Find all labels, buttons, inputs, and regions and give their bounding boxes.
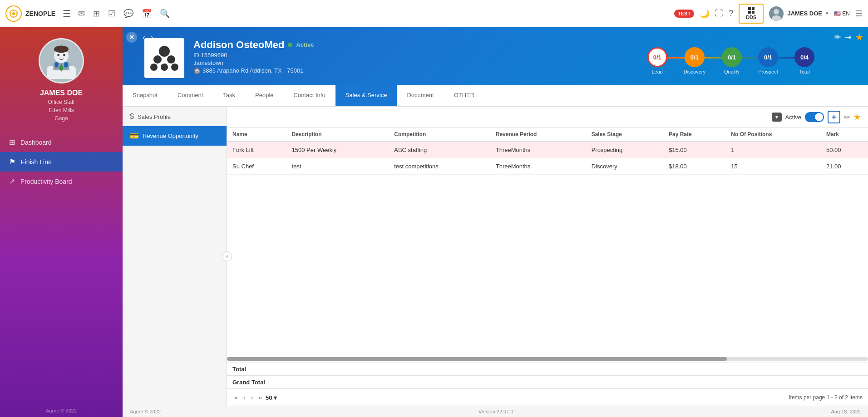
hamburger-menu[interactable]: ☰ (63, 8, 71, 19)
svg-point-17 (63, 54, 65, 56)
sidebar-item-productivity-board[interactable]: ↗ Productivity Board (0, 172, 123, 191)
dashboard-icon: ⊞ (9, 138, 15, 147)
dds-label: DDS (746, 15, 756, 20)
search-icon[interactable]: 🔍 (160, 9, 170, 19)
dropdown-button[interactable]: ▾ (772, 113, 782, 122)
sidebar-item-label-dashboard: Dashboard (20, 139, 52, 146)
svg-point-18 (54, 45, 69, 53)
page-size-select[interactable]: 50 ▾ (266, 394, 277, 401)
next-page-btn[interactable]: › (249, 393, 255, 402)
sidebar-nav: ⊞ Dashboard ⚑ Finish Line ↗ Productivity… (0, 129, 123, 404)
prev-page-btn[interactable]: ‹ (242, 393, 247, 402)
version-bar: Aqore © 2022 Version 22.07.0 Aug 18, 202… (123, 406, 868, 417)
pipeline-stages: 0/1 Lead 0/1 Discovery 0/1 Qualify 0/1 P… (639, 47, 823, 74)
cell-mark-2: 21.00 (821, 158, 868, 175)
svg-point-16 (57, 54, 59, 56)
svg-point-23 (161, 64, 168, 71)
productivity-icon: ↗ (9, 177, 15, 186)
version: Version 22.07.0 (478, 409, 513, 414)
cell-competition-2: test competitions (389, 158, 490, 175)
nav-right: TEST 🌙 ⛶ ? DDS JAMES DOE ▾ 🇺🇸 EN ☰ (674, 4, 863, 24)
col-revenue-period: Revenue Period (490, 128, 586, 142)
sidebar-profile: JAMES DOE Office Staff Eden Mills Gaga (0, 27, 123, 129)
user-dropdown-icon[interactable]: ▾ (826, 10, 829, 16)
profile-avatar (39, 38, 84, 83)
help-icon[interactable]: ? (729, 9, 733, 18)
avatar (769, 6, 784, 21)
expand-icon[interactable]: ⛶ (715, 9, 723, 18)
tab-document[interactable]: Document (397, 85, 444, 106)
card-icon: 💳 (130, 132, 139, 140)
pagination-controls: « ‹ › » 50 ▾ (232, 393, 277, 402)
first-page-btn[interactable]: « (232, 393, 240, 402)
cell-stage-2: Discovery (586, 158, 663, 175)
edit-icon[interactable]: ✏ (844, 113, 850, 122)
cell-payrate-2: $18.00 (663, 158, 725, 175)
tab-bar: Snapshot Comment Task People Contact Inf… (123, 85, 868, 107)
svg-point-20 (153, 55, 162, 64)
horizontal-scrollbar[interactable] (227, 357, 868, 361)
tab-contact-info[interactable]: Contact Info (284, 85, 335, 106)
record-logo (144, 38, 184, 78)
right-panel: ▾ Active + ✏ ★ Name Description (227, 107, 868, 406)
user-area[interactable]: JAMES DOE ▾ (769, 6, 829, 21)
moon-icon[interactable]: 🌙 (700, 9, 710, 19)
active-dot (288, 43, 292, 47)
items-info: Items per page 1 - 2 of 2 items (789, 394, 863, 401)
mail-icon[interactable]: ✉ (78, 9, 85, 19)
svg-point-7 (774, 9, 779, 15)
active-toggle[interactable] (805, 112, 824, 122)
sidebar-item-dashboard[interactable]: ⊞ Dashboard (0, 132, 123, 152)
sidebar-item-label-productivity: Productivity Board (20, 178, 72, 185)
table-row[interactable]: Fork Lift 1500 Per Weekly ABC staffing T… (227, 142, 868, 158)
language-flag[interactable]: 🇺🇸 EN (834, 10, 850, 17)
tab-other[interactable]: OTHER (444, 85, 485, 106)
left-panel: ‹ $ Sales Profile 💳 Revenue Opportunity (123, 107, 227, 406)
logo-icon (5, 5, 22, 22)
prev-arrow[interactable]: ‹ (141, 32, 147, 43)
cell-name-2: Su Chef (227, 158, 286, 175)
stage-label-discovery: Discovery (684, 69, 705, 74)
dds-button[interactable]: DDS (739, 4, 764, 24)
svg-point-22 (150, 64, 158, 71)
logo-area[interactable]: ZENOPLE (5, 5, 55, 22)
date: Aug 18, 2022 (831, 409, 861, 414)
test-badge[interactable]: TEST (674, 10, 694, 18)
close-button[interactable]: ✕ (126, 32, 137, 43)
list-icon[interactable]: ☰ (855, 9, 863, 19)
sales-profile-label: Sales Profile (138, 113, 171, 120)
share-icon[interactable]: ⇥ (845, 32, 852, 42)
tab-comment[interactable]: Comment (168, 85, 213, 106)
star-icon[interactable]: ★ (855, 32, 863, 43)
panel-toggle[interactable]: ‹ (222, 251, 232, 261)
cell-mark-1: 50.00 (821, 142, 868, 158)
left-panel-sales-profile[interactable]: $ Sales Profile (123, 107, 227, 126)
col-name: Name (227, 128, 286, 142)
tab-sales-service[interactable]: Sales & Service (335, 85, 397, 106)
sidebar-item-finish-line[interactable]: ⚑ Finish Line (0, 152, 123, 172)
comment-icon[interactable]: 💬 (123, 9, 133, 19)
dollar-icon: $ (130, 113, 134, 121)
edit-header-icon[interactable]: ✏ (834, 32, 841, 42)
stage-circle-total: 0/4 (794, 47, 814, 67)
tab-snapshot[interactable]: Snapshot (123, 85, 168, 106)
left-panel-revenue-opportunity[interactable]: 💳 Revenue Opportunity (123, 126, 227, 146)
grid-icon[interactable]: ⊞ (93, 9, 100, 19)
next-arrow[interactable]: › (149, 32, 155, 43)
table-row[interactable]: Su Chef test test competitions ThreeMont… (227, 158, 868, 175)
table-wrap: Name Description Competition Revenue Per… (227, 128, 868, 355)
cell-positions-1: 1 (725, 142, 821, 158)
scrollbar-thumb (227, 357, 727, 361)
page-size-chevron[interactable]: ▾ (274, 394, 277, 401)
add-button[interactable]: + (828, 111, 840, 123)
body-split: ‹ $ Sales Profile 💳 Revenue Opportunity … (123, 107, 868, 406)
star-icon-toolbar[interactable]: ★ (853, 112, 861, 122)
calendar-icon[interactable]: 📅 (142, 9, 152, 19)
stage-label-qualify: Qualify (724, 69, 740, 74)
home-icon: 🏠 (193, 67, 201, 74)
last-page-btn[interactable]: » (256, 393, 264, 402)
tab-people[interactable]: People (245, 85, 283, 106)
check-icon[interactable]: ☑ (108, 9, 115, 19)
tab-task[interactable]: Task (213, 85, 245, 106)
col-competition: Competition (389, 128, 490, 142)
